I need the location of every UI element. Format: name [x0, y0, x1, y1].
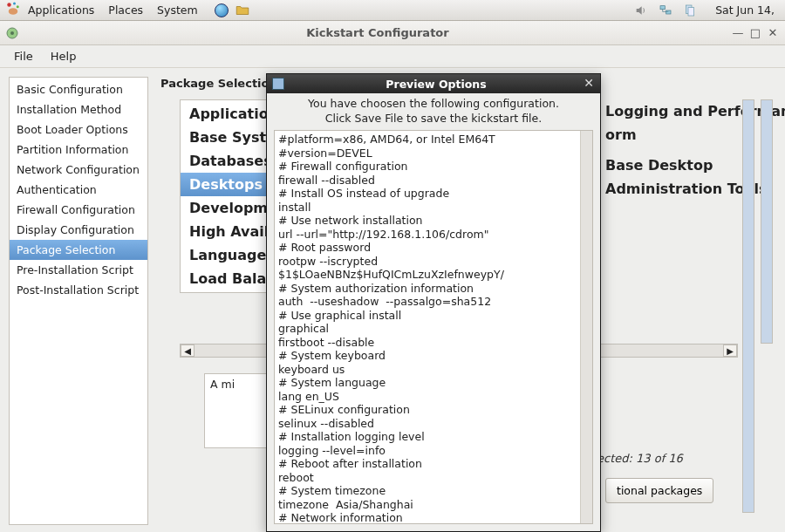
- sidebar: Basic Configuration Installation Method …: [9, 77, 148, 525]
- dialog-icon: [272, 78, 284, 90]
- sidebar-item-partition[interactable]: Partition Information: [10, 140, 147, 160]
- menubar: File Help: [0, 45, 785, 68]
- svg-point-0: [7, 3, 11, 7]
- files-icon[interactable]: [235, 3, 250, 18]
- selected-count: ected: 13 of 16: [597, 452, 683, 465]
- sidebar-item-firewall[interactable]: Firewall Configuration: [10, 200, 147, 220]
- maximize-button[interactable]: □: [748, 26, 762, 40]
- minimize-button[interactable]: —: [731, 26, 745, 40]
- titlebar[interactable]: Kickstart Configurator — □ ✕: [0, 21, 785, 45]
- svg-rect-4: [660, 5, 665, 9]
- scroll-right-icon[interactable]: ▶: [723, 344, 737, 357]
- panel-menu-places[interactable]: Places: [101, 0, 150, 21]
- kickstart-preview-box: [274, 130, 593, 524]
- sidebar-item-auth[interactable]: Authentication: [10, 180, 147, 200]
- vscrollbar-groups[interactable]: [761, 99, 773, 344]
- sidebar-item-network[interactable]: Network Configuration: [10, 160, 147, 180]
- gnome-foot-icon: [5, 1, 21, 19]
- dialog-vscrollbar[interactable]: [580, 131, 592, 523]
- svg-point-9: [10, 31, 14, 35]
- svg-point-1: [13, 3, 16, 5]
- preview-options-dialog: Preview Options ✕ You have choosen the f…: [266, 73, 601, 532]
- sidebar-item-basic[interactable]: Basic Configuration: [10, 79, 147, 99]
- gnome-panel: Applications Places System Sat Jun 14,: [0, 0, 785, 21]
- panel-menu-system[interactable]: System: [150, 0, 205, 21]
- sidebar-item-packages[interactable]: Package Selection: [10, 240, 147, 260]
- svg-point-2: [17, 5, 19, 8]
- kickstart-preview-text[interactable]: [275, 131, 592, 523]
- window-title: Kickstart Configurator: [24, 26, 731, 39]
- dialog-message-2: Click Save File to save the kickstart fi…: [267, 112, 600, 126]
- volume-icon[interactable]: [633, 3, 649, 18]
- menu-help[interactable]: Help: [42, 47, 85, 65]
- web-icon[interactable]: [214, 3, 229, 18]
- sidebar-item-pre-script[interactable]: Pre-Installation Script: [10, 260, 147, 280]
- clipboard-icon[interactable]: [682, 3, 698, 18]
- dialog-title: Preview Options: [290, 78, 583, 91]
- sidebar-item-display[interactable]: Display Configuration: [10, 220, 147, 240]
- panel-clock[interactable]: Sat Jun 14,: [715, 3, 775, 17]
- close-button[interactable]: ✕: [766, 26, 780, 40]
- scroll-left-icon[interactable]: ◀: [181, 344, 195, 357]
- sidebar-item-post-script[interactable]: Post-Installation Script: [10, 280, 147, 300]
- svg-rect-7: [688, 7, 694, 15]
- dialog-message-1: You have choosen the following configura…: [267, 93, 600, 112]
- optional-packages-button[interactable]: tional packages: [605, 478, 713, 503]
- network-icon[interactable]: [658, 3, 673, 18]
- svg-rect-5: [666, 10, 671, 14]
- panel-menu-applications[interactable]: Applications: [21, 0, 101, 21]
- sidebar-item-install-method[interactable]: Installation Method: [10, 99, 147, 119]
- dialog-close-button[interactable]: ✕: [583, 78, 595, 90]
- app-icon: [5, 26, 19, 40]
- sidebar-item-bootloader[interactable]: Boot Loader Options: [10, 119, 147, 140]
- svg-point-3: [9, 8, 18, 15]
- menu-file[interactable]: File: [5, 47, 42, 65]
- dialog-titlebar[interactable]: Preview Options ✕: [267, 74, 600, 93]
- vscrollbar-outer[interactable]: [742, 99, 754, 513]
